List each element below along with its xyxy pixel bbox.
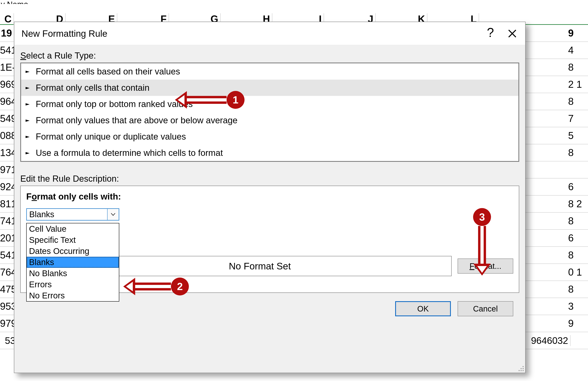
column-header[interactable]: C bbox=[0, 13, 14, 25]
format-with-combobox[interactable]: Blanks bbox=[26, 208, 119, 221]
table-cell[interactable]: 971 bbox=[0, 164, 14, 175]
combobox-option[interactable]: Blanks bbox=[27, 257, 119, 268]
bullet-arrow-icon: ► bbox=[24, 86, 31, 90]
table-cell[interactable]: 541 bbox=[0, 249, 14, 261]
rule-type-label: Format only unique or duplicate values bbox=[36, 132, 186, 142]
combobox-option[interactable]: Cell Value bbox=[27, 223, 119, 234]
table-cell[interactable]: 8 bbox=[568, 249, 588, 261]
table-cell[interactable]: 811 bbox=[0, 198, 14, 210]
dialog-title: New Formatting Rule bbox=[21, 28, 480, 39]
bullet-arrow-icon: ► bbox=[24, 151, 31, 155]
table-cell[interactable]: 964 bbox=[0, 96, 14, 107]
rule-type-label: Use a formula to determine which cells t… bbox=[36, 148, 223, 158]
combobox-option[interactable]: Errors bbox=[27, 279, 119, 290]
table-cell[interactable]: 5 bbox=[568, 130, 588, 141]
dialog-titlebar: New Formatting Rule ? bbox=[14, 22, 525, 45]
new-formatting-rule-dialog: New Formatting Rule ? Select a Rule Type… bbox=[14, 22, 525, 373]
table-cell[interactable]: 979 bbox=[0, 318, 14, 329]
rule-type-list[interactable]: ►Format all cells based on their values►… bbox=[20, 62, 519, 162]
combobox-option[interactable]: No Blanks bbox=[27, 268, 119, 279]
close-icon bbox=[508, 29, 517, 38]
edit-rule-description-panel: Format only cells with: Blanks Cell Valu… bbox=[20, 186, 519, 293]
table-cell[interactable]: 8 bbox=[568, 147, 588, 158]
help-button[interactable]: ? bbox=[480, 24, 501, 43]
bullet-arrow-icon: ► bbox=[24, 69, 31, 74]
table-cell[interactable]: 475 bbox=[0, 284, 14, 295]
resize-grip[interactable] bbox=[518, 365, 524, 371]
table-cell[interactable]: 9 bbox=[568, 27, 588, 39]
ok-button[interactable]: OK bbox=[395, 301, 451, 316]
close-button[interactable] bbox=[501, 24, 523, 43]
table-cell[interactable]: 8 bbox=[568, 96, 588, 107]
table-cell[interactable]: 2 1 bbox=[568, 79, 588, 90]
table-cell[interactable]: 741 bbox=[0, 215, 14, 227]
table-cell[interactable]: 0 1 bbox=[568, 267, 588, 278]
combobox-dropdown-list[interactable]: Cell ValueSpecific TextDates OccurringBl… bbox=[26, 223, 119, 302]
table-cell[interactable]: 924 bbox=[0, 181, 14, 192]
bullet-arrow-icon: ► bbox=[24, 102, 31, 106]
table-cell[interactable]: 3 bbox=[568, 301, 588, 312]
table-cell[interactable]: 4 bbox=[568, 44, 588, 56]
bullet-arrow-icon: ► bbox=[24, 134, 31, 139]
rule-type-label: Format only cells that contain bbox=[36, 83, 149, 93]
table-cell[interactable]: 19 bbox=[0, 27, 14, 39]
table-cell[interactable]: 969 bbox=[0, 79, 14, 90]
chevron-down-icon bbox=[111, 213, 115, 216]
table-cell[interactable]: 134 bbox=[0, 147, 14, 158]
rule-type-item[interactable]: ►Format only cells that contain bbox=[21, 80, 518, 96]
table-cell[interactable]: 953 bbox=[0, 301, 14, 312]
table-cell[interactable]: 6 bbox=[568, 181, 588, 192]
cancel-button[interactable]: Cancel bbox=[458, 301, 513, 316]
combobox-option[interactable]: Specific Text bbox=[27, 234, 119, 246]
table-cell[interactable]: 8 bbox=[568, 284, 588, 295]
table-cell[interactable]: 1E- bbox=[0, 61, 14, 73]
rule-type-item[interactable]: ►Format all cells based on their values bbox=[21, 63, 518, 80]
format-only-cells-with-label: Format only cells with: bbox=[26, 191, 513, 202]
table-cell[interactable]: 8 2 bbox=[568, 198, 588, 210]
table-cell[interactable]: 6 bbox=[568, 232, 588, 244]
rule-type-label: Select a Rule Type: bbox=[20, 51, 519, 60]
edit-rule-description-label: Edit the Rule Description: bbox=[20, 174, 519, 184]
rule-type-label: Format only top or bottom ranked values bbox=[36, 99, 193, 109]
table-cell[interactable]: 088 bbox=[0, 130, 14, 141]
table-cell[interactable]: 7 bbox=[568, 113, 588, 124]
dialog-body: Select a Rule Type: ►Format all cells ba… bbox=[14, 45, 525, 373]
rule-type-item[interactable]: ►Format only unique or duplicate values bbox=[21, 129, 518, 145]
table-cell[interactable]: 201 bbox=[0, 232, 14, 244]
bullet-arrow-icon: ► bbox=[24, 118, 31, 122]
rule-type-label: Format all cells based on their values bbox=[36, 67, 180, 76]
preview-box: No Format Set bbox=[68, 256, 452, 276]
table-cell[interactable]: 549 bbox=[0, 113, 14, 124]
table-cell[interactable]: 9 bbox=[568, 318, 588, 329]
combobox-option[interactable]: No Errors bbox=[27, 290, 119, 301]
table-cell[interactable]: 541 bbox=[0, 44, 14, 56]
combobox-dropdown-button[interactable] bbox=[107, 209, 119, 220]
partial-truncated-text: y Name bbox=[0, 0, 588, 4]
combobox-value: Blanks bbox=[27, 209, 107, 220]
format-button[interactable]: Format... bbox=[458, 259, 513, 274]
table-cell[interactable]: 8 bbox=[568, 61, 588, 73]
rule-type-item[interactable]: ►Format only top or bottom ranked values bbox=[21, 96, 518, 112]
rule-type-item[interactable]: ►Use a formula to determine which cells … bbox=[21, 145, 518, 161]
table-cell[interactable]: 8 bbox=[568, 215, 588, 227]
combobox-option[interactable]: Dates Occurring bbox=[27, 246, 119, 257]
rule-type-item[interactable]: ►Format only values that are above or be… bbox=[21, 112, 518, 129]
table-cell[interactable]: 764 bbox=[0, 267, 14, 278]
rule-type-label: Format only values that are above or bel… bbox=[36, 115, 237, 125]
